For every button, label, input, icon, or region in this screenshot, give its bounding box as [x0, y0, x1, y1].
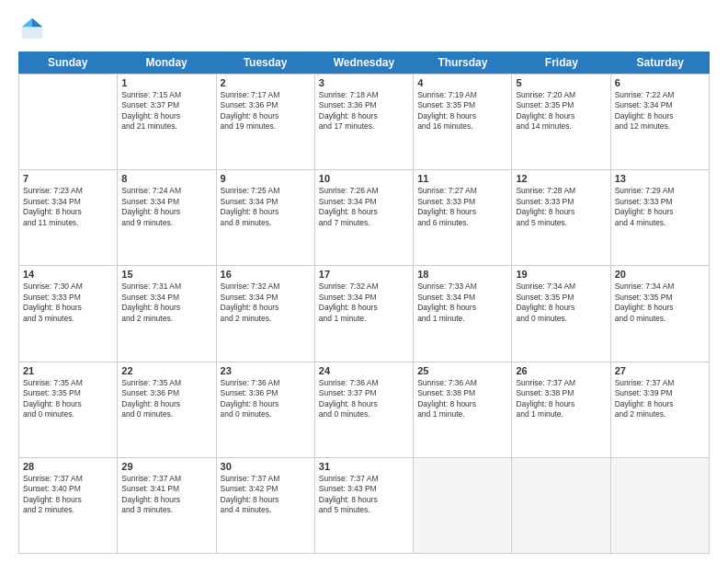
- calendar-cell: 1Sunrise: 7:15 AMSunset: 3:37 PMDaylight…: [118, 75, 216, 169]
- cell-info: Sunrise: 7:32 AMSunset: 3:34 PMDaylight:…: [319, 282, 409, 324]
- calendar-cell: 23Sunrise: 7:36 AMSunset: 3:36 PMDayligh…: [217, 362, 315, 457]
- day-number: 2: [221, 77, 311, 88]
- day-number: 11: [417, 173, 507, 184]
- calendar-cell: 27Sunrise: 7:37 AMSunset: 3:39 PMDayligh…: [611, 362, 710, 457]
- day-number: 17: [319, 269, 409, 280]
- calendar-cell: 11Sunrise: 7:27 AMSunset: 3:33 PMDayligh…: [414, 170, 512, 265]
- day-number: 16: [221, 269, 311, 280]
- cell-info: Sunrise: 7:31 AMSunset: 3:34 PMDaylight:…: [121, 282, 211, 324]
- calendar-cell: 9Sunrise: 7:25 AMSunset: 3:34 PMDaylight…: [217, 170, 315, 265]
- day-number: 30: [221, 461, 311, 472]
- day-number: 1: [121, 77, 211, 88]
- page: SundayMondayTuesdayWednesdayThursdayFrid…: [0, 0, 728, 563]
- header-day: Tuesday: [216, 52, 314, 74]
- day-number: 24: [319, 365, 409, 376]
- calendar-cell: 8Sunrise: 7:24 AMSunset: 3:34 PMDaylight…: [118, 170, 216, 265]
- cell-info: Sunrise: 7:36 AMSunset: 3:38 PMDaylight:…: [417, 378, 507, 420]
- cell-info: Sunrise: 7:17 AMSunset: 3:36 PMDaylight:…: [221, 90, 311, 132]
- day-number: 4: [417, 77, 507, 88]
- day-number: 10: [319, 173, 409, 184]
- header-day: Thursday: [414, 52, 512, 74]
- cell-info: Sunrise: 7:22 AMSunset: 3:34 PMDaylight:…: [615, 90, 705, 132]
- day-number: 18: [417, 269, 507, 280]
- cell-info: Sunrise: 7:34 AMSunset: 3:35 PMDaylight:…: [516, 282, 606, 324]
- day-number: 31: [319, 461, 409, 472]
- calendar-cell: 28Sunrise: 7:37 AMSunset: 3:40 PMDayligh…: [19, 458, 118, 553]
- calendar-cell: 14Sunrise: 7:30 AMSunset: 3:33 PMDayligh…: [19, 266, 118, 361]
- calendar-cell: 6Sunrise: 7:22 AMSunset: 3:34 PMDaylight…: [611, 75, 710, 169]
- calendar-cell: 15Sunrise: 7:31 AMSunset: 3:34 PMDayligh…: [118, 266, 216, 361]
- day-number: 27: [615, 365, 705, 376]
- day-number: 12: [516, 173, 606, 184]
- calendar-cell: 22Sunrise: 7:35 AMSunset: 3:36 PMDayligh…: [118, 362, 216, 457]
- cell-info: Sunrise: 7:34 AMSunset: 3:35 PMDaylight:…: [615, 282, 705, 324]
- calendar-cell: 5Sunrise: 7:20 AMSunset: 3:35 PMDaylight…: [512, 75, 610, 169]
- day-number: 7: [23, 173, 113, 184]
- cell-info: Sunrise: 7:29 AMSunset: 3:33 PMDaylight:…: [615, 186, 705, 228]
- cell-info: Sunrise: 7:35 AMSunset: 3:36 PMDaylight:…: [121, 378, 211, 420]
- day-number: 23: [221, 365, 311, 376]
- cell-info: Sunrise: 7:26 AMSunset: 3:34 PMDaylight:…: [319, 186, 409, 228]
- cell-info: Sunrise: 7:37 AMSunset: 3:41 PMDaylight:…: [121, 474, 211, 516]
- calendar-cell: 16Sunrise: 7:32 AMSunset: 3:34 PMDayligh…: [217, 266, 315, 361]
- calendar-cell: [611, 458, 710, 553]
- calendar-cell: 29Sunrise: 7:37 AMSunset: 3:41 PMDayligh…: [118, 458, 216, 553]
- calendar: SundayMondayTuesdayWednesdayThursdayFrid…: [18, 52, 710, 554]
- calendar-cell: 21Sunrise: 7:35 AMSunset: 3:35 PMDayligh…: [19, 362, 118, 457]
- calendar-cell: 7Sunrise: 7:23 AMSunset: 3:34 PMDaylight…: [19, 170, 118, 265]
- cell-info: Sunrise: 7:27 AMSunset: 3:33 PMDaylight:…: [417, 186, 507, 228]
- logo: [18, 15, 48, 42]
- day-number: 20: [615, 269, 705, 280]
- calendar-cell: 3Sunrise: 7:18 AMSunset: 3:36 PMDaylight…: [315, 75, 414, 169]
- calendar-cell: 2Sunrise: 7:17 AMSunset: 3:36 PMDaylight…: [217, 75, 315, 169]
- header-day: Friday: [512, 52, 610, 74]
- calendar-cell: 26Sunrise: 7:37 AMSunset: 3:38 PMDayligh…: [512, 362, 610, 457]
- calendar-row: 14Sunrise: 7:30 AMSunset: 3:33 PMDayligh…: [19, 266, 710, 362]
- day-number: 25: [417, 365, 507, 376]
- day-number: 13: [615, 173, 705, 184]
- day-number: 26: [516, 365, 606, 376]
- cell-info: Sunrise: 7:18 AMSunset: 3:36 PMDaylight:…: [319, 90, 409, 132]
- svg-marker-1: [32, 18, 42, 27]
- cell-info: Sunrise: 7:37 AMSunset: 3:43 PMDaylight:…: [319, 474, 409, 516]
- day-number: 19: [516, 269, 606, 280]
- calendar-row: 28Sunrise: 7:37 AMSunset: 3:40 PMDayligh…: [19, 458, 710, 554]
- cell-info: Sunrise: 7:19 AMSunset: 3:35 PMDaylight:…: [417, 90, 507, 132]
- calendar-cell: 18Sunrise: 7:33 AMSunset: 3:34 PMDayligh…: [414, 266, 512, 361]
- day-number: 8: [121, 173, 211, 184]
- calendar-cell: 25Sunrise: 7:36 AMSunset: 3:38 PMDayligh…: [414, 362, 512, 457]
- cell-info: Sunrise: 7:28 AMSunset: 3:33 PMDaylight:…: [516, 186, 606, 228]
- cell-info: Sunrise: 7:20 AMSunset: 3:35 PMDaylight:…: [516, 90, 606, 132]
- header-day: Wednesday: [314, 52, 413, 74]
- day-number: 14: [23, 269, 113, 280]
- calendar-cell: 30Sunrise: 7:37 AMSunset: 3:42 PMDayligh…: [217, 458, 315, 553]
- cell-info: Sunrise: 7:33 AMSunset: 3:34 PMDaylight:…: [417, 282, 507, 324]
- calendar-cell: 19Sunrise: 7:34 AMSunset: 3:35 PMDayligh…: [512, 266, 610, 361]
- calendar-row: 7Sunrise: 7:23 AMSunset: 3:34 PMDaylight…: [19, 170, 710, 266]
- cell-info: Sunrise: 7:24 AMSunset: 3:34 PMDaylight:…: [121, 186, 211, 228]
- cell-info: Sunrise: 7:35 AMSunset: 3:35 PMDaylight:…: [23, 378, 113, 420]
- day-number: 3: [319, 77, 409, 88]
- day-number: 29: [121, 461, 211, 472]
- day-number: 15: [121, 269, 211, 280]
- cell-info: Sunrise: 7:23 AMSunset: 3:34 PMDaylight:…: [23, 186, 113, 228]
- calendar-cell: [414, 458, 512, 553]
- day-number: 9: [221, 173, 311, 184]
- day-number: 28: [23, 461, 113, 472]
- header-day: Monday: [117, 52, 215, 74]
- calendar-header: SundayMondayTuesdayWednesdayThursdayFrid…: [18, 52, 710, 74]
- cell-info: Sunrise: 7:37 AMSunset: 3:42 PMDaylight:…: [221, 474, 311, 516]
- day-number: 6: [615, 77, 705, 88]
- calendar-body: 1Sunrise: 7:15 AMSunset: 3:37 PMDaylight…: [18, 74, 710, 554]
- cell-info: Sunrise: 7:15 AMSunset: 3:37 PMDaylight:…: [121, 90, 211, 132]
- calendar-cell: 12Sunrise: 7:28 AMSunset: 3:33 PMDayligh…: [512, 170, 610, 265]
- calendar-cell: [512, 458, 610, 553]
- calendar-row: 1Sunrise: 7:15 AMSunset: 3:37 PMDaylight…: [19, 75, 710, 170]
- calendar-row: 21Sunrise: 7:35 AMSunset: 3:35 PMDayligh…: [19, 362, 710, 458]
- cell-info: Sunrise: 7:36 AMSunset: 3:37 PMDaylight:…: [319, 378, 409, 420]
- cell-info: Sunrise: 7:25 AMSunset: 3:34 PMDaylight:…: [221, 186, 311, 228]
- calendar-cell: 31Sunrise: 7:37 AMSunset: 3:43 PMDayligh…: [315, 458, 414, 553]
- cell-info: Sunrise: 7:37 AMSunset: 3:39 PMDaylight:…: [615, 378, 705, 420]
- calendar-cell: [19, 75, 118, 169]
- cell-info: Sunrise: 7:37 AMSunset: 3:40 PMDaylight:…: [23, 474, 113, 516]
